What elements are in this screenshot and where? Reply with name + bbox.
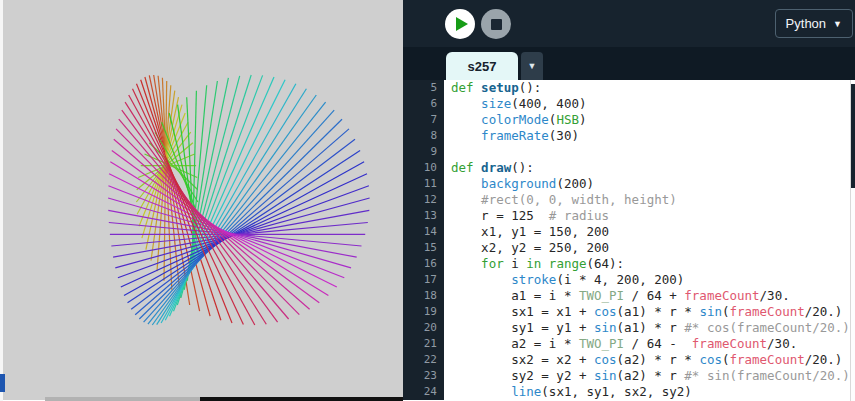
code-text: frameRate(30) (444, 128, 579, 144)
line-number: 10 (403, 160, 444, 176)
code-text: x1, y1 = 150, 200 (444, 224, 609, 240)
line-number: 20 (403, 320, 444, 336)
code-text: x2, y2 = 250, 200 (444, 240, 609, 256)
line-number: 17 (403, 272, 444, 288)
stop-icon (491, 19, 502, 30)
tab-dropdown-caret[interactable]: ▼ (521, 52, 543, 80)
code-line[interactable]: 13 r = 125 # radius (403, 208, 855, 224)
code-text: colorMode(HSB) (444, 112, 586, 128)
sketch-canvas[interactable] (3, 0, 403, 400)
run-button[interactable] (445, 9, 475, 39)
bottom-strip-gray (45, 397, 200, 401)
code-line[interactable]: 6 size(400, 400) (403, 96, 855, 112)
line-number: 12 (403, 192, 444, 208)
line-number: 5 (403, 80, 444, 96)
code-line[interactable]: 9 (403, 144, 855, 160)
bottom-strip-dark (200, 397, 403, 401)
line-number: 9 (403, 144, 444, 160)
tab-bar: s257 ▼ (403, 47, 855, 80)
code-text: #rect(0, 0, width, height) (444, 192, 677, 208)
line-number: 22 (403, 352, 444, 368)
editor-scrollbar-track[interactable] (850, 80, 855, 401)
line-number: 19 (403, 304, 444, 320)
code-line[interactable]: 22 sx2 = x2 + cos(a2) * r * cos(frameCou… (403, 352, 855, 368)
code-text: for i in range(64): (444, 256, 624, 272)
line-number: 24 (403, 384, 444, 400)
code-text: sy2 = y2 + sin(a2) * r #* sin(frameCount… (444, 368, 850, 384)
line-number: 7 (403, 112, 444, 128)
line-number: 18 (403, 288, 444, 304)
language-dropdown[interactable]: Python ▼ (775, 9, 853, 38)
editor-scrollbar-thumb[interactable] (851, 84, 855, 188)
language-label: Python (786, 16, 826, 31)
code-line[interactable]: 24 line(sx1, sy1, sx2, sy2) (403, 384, 855, 400)
code-line[interactable]: 18 a1 = i * TWO_PI / 64 + frameCount/30. (403, 288, 855, 304)
toolbar: Python ▼ (403, 0, 855, 47)
line-number: 6 (403, 96, 444, 112)
line-number: 13 (403, 208, 444, 224)
code-text: sx2 = x2 + cos(a2) * r * cos(frameCount/… (444, 352, 842, 368)
code-text: def draw(): (444, 160, 534, 176)
code-line[interactable]: 14 x1, y1 = 150, 200 (403, 224, 855, 240)
line-number: 8 (403, 128, 444, 144)
code-text: sx1 = x1 + cos(a1) * r * sin(frameCount/… (444, 304, 842, 320)
code-line[interactable]: 17 stroke(i * 4, 200, 200) (403, 272, 855, 288)
chevron-down-icon: ▼ (833, 19, 842, 29)
ide-window: Python ▼ s257 ▼ 5def setup():6 size(400,… (0, 0, 855, 401)
code-line[interactable]: 7 colorMode(HSB) (403, 112, 855, 128)
line-number: 11 (403, 176, 444, 192)
code-text (444, 144, 451, 160)
code-text: sy1 = y1 + sin(a1) * r #* cos(frameCount… (444, 320, 850, 336)
code-line[interactable]: 21 a2 = i * TWO_PI / 64 - frameCount/30. (403, 336, 855, 352)
code-line[interactable]: 11 background(200) (403, 176, 855, 192)
code-text: def setup(): (444, 80, 541, 96)
code-text: a1 = i * TWO_PI / 64 + frameCount/30. (444, 288, 790, 304)
code-line[interactable]: 23 sy2 = y2 + sin(a2) * r #* sin(frameCo… (403, 368, 855, 384)
code-line[interactable]: 10def draw(): (403, 160, 855, 176)
code-line[interactable]: 8 frameRate(30) (403, 128, 855, 144)
code-line[interactable]: 12 #rect(0, 0, width, height) (403, 192, 855, 208)
line-number: 14 (403, 224, 444, 240)
code-line[interactable]: 16 for i in range(64): (403, 256, 855, 272)
code-line[interactable]: 19 sx1 = x1 + cos(a1) * r * sin(frameCou… (403, 304, 855, 320)
code-text: r = 125 # radius (444, 208, 609, 224)
sketch-output-pane (0, 0, 403, 401)
play-icon (456, 17, 468, 31)
line-number: 16 (403, 256, 444, 272)
code-text: stroke(i * 4, 200, 200) (444, 272, 684, 288)
code-line[interactable]: 5def setup(): (403, 80, 855, 96)
code-text: size(400, 400) (444, 96, 586, 112)
code-text: background(200) (444, 176, 594, 192)
left-edge-strip (0, 0, 3, 401)
code-editor[interactable]: 5def setup():6 size(400, 400)7 colorMode… (403, 80, 855, 401)
stop-button[interactable] (481, 9, 511, 39)
editor-panel: Python ▼ s257 ▼ 5def setup():6 size(400,… (403, 0, 855, 401)
line-number: 21 (403, 336, 444, 352)
blue-edge-marker (0, 374, 5, 392)
code-text: line(sx1, sy1, sx2, sy2) (444, 384, 692, 400)
tab-s257[interactable]: s257 (446, 52, 518, 80)
code-text: a2 = i * TWO_PI / 64 - frameCount/30. (444, 336, 797, 352)
code-line[interactable]: 15 x2, y2 = 250, 200 (403, 240, 855, 256)
line-number: 15 (403, 240, 444, 256)
line-number: 23 (403, 368, 444, 384)
code-line[interactable]: 20 sy1 = y1 + sin(a1) * r #* cos(frameCo… (403, 320, 855, 336)
